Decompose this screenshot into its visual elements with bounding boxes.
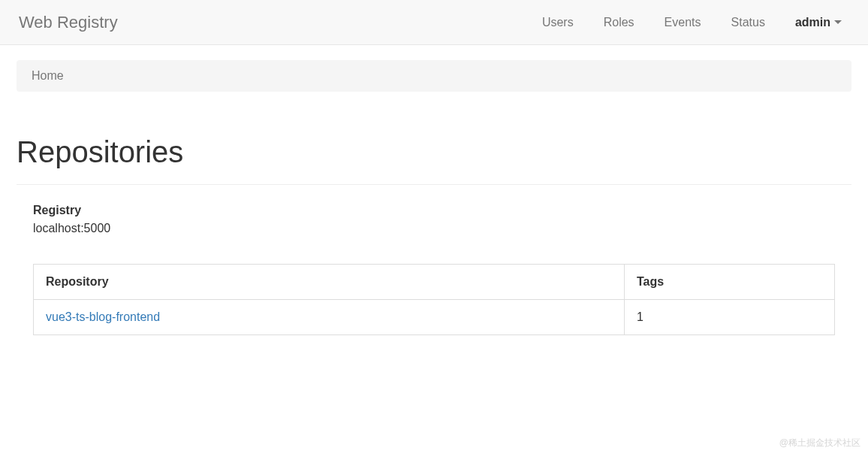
breadcrumb: Home [17,60,851,92]
table-row: vue3-ts-blog-frontend 1 [34,300,835,335]
brand-link[interactable]: Web Registry [19,2,118,44]
registry-label: Registry [33,204,835,217]
repository-link[interactable]: vue3-ts-blog-frontend [46,310,160,323]
breadcrumb-item-home[interactable]: Home [32,69,64,82]
tags-cell: 1 [625,300,835,335]
page-title: Repositories [17,135,851,169]
table-header-tags: Tags [625,265,835,300]
table-header-repository: Repository [34,265,625,300]
nav-status[interactable]: Status [731,16,765,29]
page-header: Repositories [17,107,851,185]
nav-user-dropdown[interactable]: admin [795,16,842,29]
table-header-row: Repository Tags [34,265,835,300]
chevron-down-icon [834,20,842,24]
repositories-table: Repository Tags vue3-ts-blog-frontend 1 [33,264,835,335]
watermark: @稀土掘金技术社区 [779,437,860,449]
navbar: Web Registry Users Roles Events Status a… [0,0,868,45]
nav-roles[interactable]: Roles [604,16,634,29]
nav-events[interactable]: Events [665,16,701,29]
table-wrapper: Repository Tags vue3-ts-blog-frontend 1 [17,264,851,335]
navbar-nav: Users Roles Events Status admin [527,5,857,41]
registry-value: localhost:5000 [33,222,835,235]
registry-info: Registry localhost:5000 [17,200,851,250]
nav-user-label: admin [795,16,830,29]
nav-users[interactable]: Users [542,16,574,29]
main-container: Home Repositories Registry localhost:500… [0,45,868,350]
